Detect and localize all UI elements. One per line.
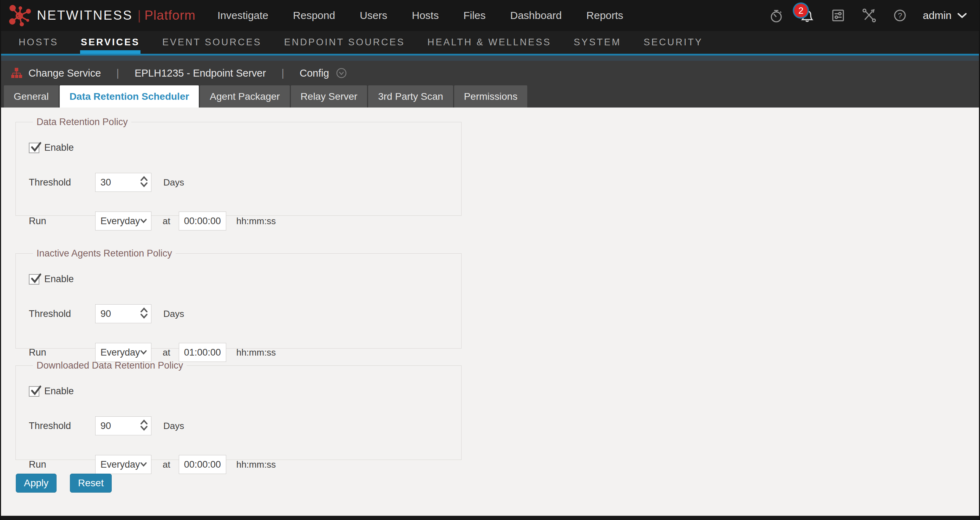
run-frequency-select[interactable]: Everyday — [95, 343, 151, 362]
inactive-agents-retention-policy-group: Inactive Agents Retention Policy Enable … — [16, 248, 461, 349]
threshold-unit-label: Days — [163, 177, 184, 188]
module-tab-services[interactable]: SERVICES — [81, 31, 140, 54]
top-right-controls: 2 — [768, 7, 967, 24]
menu-item-dashboard[interactable]: Dashboard — [511, 10, 562, 21]
at-label: at — [162, 459, 170, 470]
threshold-label: Threshold — [29, 421, 95, 431]
chevron-down-icon — [140, 218, 147, 224]
module-tab-health-wellness[interactable]: HEALTH & WELLNESS — [428, 31, 552, 54]
threshold-stepper[interactable] — [95, 304, 151, 323]
admin-tools-icon[interactable] — [861, 7, 877, 24]
inactive-agents-retention-policy-title: Inactive Agents Retention Policy — [33, 248, 176, 259]
module-tab-hosts[interactable]: HOSTS — [19, 31, 58, 54]
menu-item-users[interactable]: Users — [360, 10, 387, 21]
breadcrumb-separator: | — [116, 67, 119, 79]
enable-row: Enable — [29, 386, 461, 397]
threshold-stepper[interactable] — [95, 416, 151, 435]
at-label: at — [162, 347, 170, 358]
change-service-button[interactable]: Change Service — [11, 67, 101, 79]
menu-item-files[interactable]: Files — [463, 10, 485, 21]
jobs-stopwatch-icon[interactable] — [768, 7, 784, 24]
brand-separator: | — [138, 8, 141, 23]
threshold-row: Threshold Days — [29, 416, 461, 435]
module-tab-system[interactable]: SYSTEM — [574, 31, 621, 54]
threshold-input[interactable] — [95, 416, 151, 435]
threshold-stepper[interactable] — [95, 173, 151, 192]
run-time-field[interactable] — [179, 455, 226, 474]
run-row: Run Everyday at hh:mm:ss — [29, 455, 461, 474]
at-label: at — [162, 216, 170, 227]
top-navigation-bar: NETWITNESS | Platform Investigate Respon… — [1, 0, 979, 31]
tab-relay-server[interactable]: Relay Server — [291, 85, 368, 107]
time-format-hint: hh:mm:ss — [236, 459, 276, 470]
run-frequency-select[interactable]: Everyday — [95, 212, 151, 230]
threshold-unit-label: Days — [163, 421, 184, 431]
enable-label: Enable — [44, 142, 74, 153]
circled-chevron-down-icon[interactable] — [336, 67, 347, 79]
data-retention-policy-title: Data Retention Policy — [33, 116, 131, 128]
help-icon[interactable]: ? — [892, 7, 908, 24]
run-time-field[interactable] — [179, 212, 226, 230]
user-menu[interactable]: admin — [923, 10, 967, 21]
tab-permissions[interactable]: Permissions — [454, 85, 527, 107]
enable-label: Enable — [44, 386, 74, 397]
notifications-bell-icon[interactable]: 2 — [799, 7, 815, 24]
breadcrumb: Change Service | EPLH1235 - Endpoint Ser… — [1, 61, 979, 85]
downloaded-data-retention-policy-title: Downloaded Data Retention Policy — [33, 360, 186, 371]
preferences-sliders-icon[interactable] — [830, 7, 846, 24]
downloaded-data-retention-policy-group: Downloaded Data Retention Policy Enable … — [16, 360, 461, 460]
menu-item-respond[interactable]: Respond — [293, 10, 335, 21]
run-frequency-value: Everyday — [100, 459, 140, 470]
menu-item-investigate[interactable]: Investigate — [218, 10, 268, 21]
enable-label: Enable — [44, 274, 74, 285]
form-actions: Apply Reset — [16, 474, 979, 493]
threshold-input[interactable] — [95, 173, 151, 192]
enable-checkbox[interactable] — [29, 386, 39, 397]
module-tab-endpoint-sources[interactable]: ENDPOINT SOURCES — [284, 31, 405, 54]
apply-button[interactable]: Apply — [16, 474, 57, 493]
tab-3rd-party-scan[interactable]: 3rd Party Scan — [368, 85, 453, 107]
threshold-row: Threshold Days — [29, 173, 461, 192]
chevron-down-icon — [140, 462, 147, 467]
module-tab-security[interactable]: SECURITY — [643, 31, 703, 54]
run-frequency-value: Everyday — [100, 216, 140, 227]
enable-checkbox[interactable] — [29, 274, 39, 285]
tab-data-retention-scheduler[interactable]: Data Retention Scheduler — [60, 85, 199, 107]
reset-button[interactable]: Reset — [70, 474, 112, 493]
tab-agent-packager[interactable]: Agent Packager — [200, 85, 290, 107]
run-time-input[interactable] — [179, 212, 226, 230]
threshold-label: Threshold — [29, 308, 95, 319]
menu-item-hosts[interactable]: Hosts — [412, 10, 439, 21]
tab-general[interactable]: General — [4, 85, 59, 107]
menu-item-reports[interactable]: Reports — [586, 10, 623, 21]
module-tab-event-sources[interactable]: EVENT SOURCES — [162, 31, 262, 54]
admin-module-nav: HOSTS SERVICES EVENT SOURCES ENDPOINT SO… — [1, 31, 979, 56]
run-frequency-select[interactable]: Everyday — [95, 455, 151, 474]
threshold-unit-label: Days — [163, 308, 184, 319]
enable-checkbox[interactable] — [29, 143, 39, 153]
run-label: Run — [29, 216, 95, 227]
service-name-crumb[interactable]: EPLH1235 - Endpoint Server — [135, 67, 266, 79]
run-frequency-value: Everyday — [100, 347, 140, 358]
notification-badge-ring: 2 — [793, 2, 809, 19]
chevron-down-icon — [140, 349, 147, 355]
threshold-row: Threshold Days — [29, 304, 461, 323]
run-row: Run Everyday at hh:mm:ss — [29, 212, 461, 230]
threshold-label: Threshold — [29, 177, 95, 188]
primary-menu: Investigate Respond Users Hosts Files Da… — [218, 10, 623, 21]
run-time-input[interactable] — [179, 455, 226, 474]
run-label: Run — [29, 347, 95, 358]
brand-product: Platform — [144, 8, 196, 23]
config-view-crumb[interactable]: Config — [300, 67, 347, 79]
run-time-field[interactable] — [179, 343, 226, 362]
config-view-label: Config — [300, 67, 329, 79]
config-tabstrip: General Data Retention Scheduler Agent P… — [1, 85, 979, 107]
run-time-input[interactable] — [179, 343, 226, 362]
brand-name: NETWITNESS — [37, 8, 133, 23]
change-service-label: Change Service — [29, 67, 101, 79]
enable-row: Enable — [29, 142, 461, 153]
brand[interactable]: NETWITNESS | Platform — [9, 5, 196, 26]
threshold-input[interactable] — [95, 304, 151, 323]
red-sitemap-icon — [11, 67, 22, 79]
breadcrumb-separator: | — [282, 67, 284, 79]
